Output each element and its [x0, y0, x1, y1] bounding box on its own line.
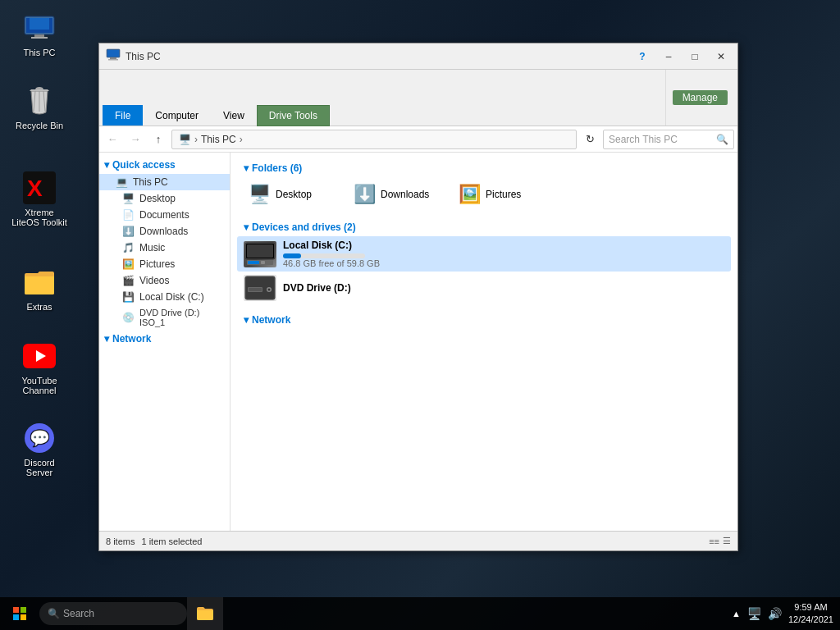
devices-chevron: ▾ — [244, 221, 249, 233]
xtreme-label: Xtreme LiteOS Toolkit — [10, 208, 69, 227]
drive-item-local-disk-c[interactable]: Local Disk (C:) 46.8 GB free of 59.8 GB — [237, 236, 731, 272]
folder-item-pictures[interactable]: 🖼️ Pictures — [454, 180, 552, 208]
sidebar-label-quick-access: Quick access — [112, 159, 176, 171]
svg-rect-38 — [13, 607, 19, 613]
this-pc-label: This PC — [10, 48, 69, 57]
sidebar-item-this-pc[interactable]: 💻 This PC — [99, 174, 230, 190]
forward-button[interactable]: → — [126, 130, 145, 149]
sidebar-label-local-disk-c: Local Disk (C:) — [139, 291, 204, 303]
network-chevron: ▾ — [244, 314, 249, 326]
folders-chevron: ▾ — [244, 162, 249, 174]
folders-section-label: Folders (6) — [252, 162, 302, 174]
address-bar[interactable]: 🖥️ › This PC › — [171, 130, 577, 149]
local-disk-c-sidebar-icon: 💾 — [122, 291, 135, 303]
svg-rect-16 — [110, 57, 116, 59]
xtreme-icon: X — [23, 171, 56, 204]
help-button[interactable]: ? — [629, 43, 655, 70]
svg-rect-20 — [247, 244, 273, 258]
sidebar-label-videos: Videos — [139, 275, 169, 286]
sidebar-item-downloads[interactable]: ⬇️ Downloads — [99, 223, 230, 240]
extras-label: Extras — [10, 302, 69, 312]
back-button[interactable]: ← — [103, 130, 122, 149]
sidebar-label-music: Music — [139, 242, 165, 253]
svg-point-29 — [268, 289, 271, 291]
svg-text:X: X — [27, 176, 43, 201]
minimize-button[interactable]: – — [655, 43, 682, 70]
devices-section-header[interactable]: ▾ Devices and drives (2) — [237, 218, 731, 236]
sidebar-label-downloads: Downloads — [139, 226, 188, 237]
devices-section-label: Devices and drives (2) — [252, 221, 356, 233]
maximize-button[interactable]: □ — [682, 43, 708, 70]
desktop-icon-extras[interactable]: Extras — [7, 262, 72, 315]
youtube-icon — [23, 340, 56, 372]
desktop-icon-discord[interactable]: 💬 Discord Server — [7, 418, 72, 481]
large-icons-view-icon[interactable]: ☰ — [723, 536, 731, 546]
sidebar-item-desktop[interactable]: 🖥️ Desktop — [99, 190, 230, 207]
network-section-header[interactable]: ▾ Network — [237, 311, 731, 329]
folders-section-header[interactable]: ▾ Folders (6) — [237, 159, 731, 177]
downloads-folder-label: Downloads — [381, 189, 429, 200]
chevron-icon: ▾ — [104, 159, 109, 171]
local-disk-c-name: Local Disk (C:) — [283, 240, 724, 251]
manage-button[interactable]: Manage — [673, 90, 728, 105]
tab-computer[interactable]: Computer — [143, 105, 211, 126]
videos-sidebar-icon: 🎬 — [122, 275, 135, 286]
refresh-button[interactable]: ↻ — [580, 130, 600, 149]
taskbar-file-explorer-button[interactable] — [187, 597, 223, 630]
sidebar-label-desktop: Desktop — [139, 193, 176, 204]
dvd-drive-info: DVD Drive (D:) — [283, 282, 724, 294]
drive-item-dvd[interactable]: DVD Drive (D:) — [237, 272, 731, 304]
sidebar-item-documents[interactable]: 📄 Documents — [99, 207, 230, 223]
ribbon-tabs-row: File Computer View Drive Tools Manage — [99, 70, 737, 126]
desktop-icon-this-pc[interactable]: This PC — [7, 8, 72, 61]
youtube-label: YouTube Channel — [10, 376, 69, 395]
sidebar-item-quick-access[interactable]: ▾ Quick access — [99, 156, 230, 174]
taskbar-search-placeholder: Search — [63, 608, 94, 619]
taskbar: 🔍 Search ▲ 🖥️ 🔊 9:59 AM 12/24/2021 — [0, 597, 840, 630]
status-bar: 8 items 1 item selected ≡≡ ☰ — [99, 531, 737, 550]
sidebar-item-pictures[interactable]: 🖼️ Pictures — [99, 256, 230, 272]
network-tray-icon[interactable]: 🖥️ — [747, 607, 761, 620]
sidebar-item-local-disk-c[interactable]: 💾 Local Disk (C:) — [99, 289, 230, 305]
svg-rect-3 — [34, 34, 44, 37]
details-view-icon[interactable]: ≡≡ — [709, 536, 719, 546]
svg-rect-4 — [31, 37, 48, 39]
window-controls: ? – □ ✕ — [629, 43, 734, 70]
folders-grid: 🖥️ Desktop ⬇️ Downloads 🖼️ Pictures — [237, 177, 731, 212]
folder-item-desktop[interactable]: 🖥️ Desktop — [244, 180, 342, 208]
downloads-folder-icon: ⬇️ — [354, 184, 376, 205]
taskbar-clock[interactable]: 9:59 AM 12/24/2021 — [788, 601, 833, 627]
folder-item-downloads[interactable]: ⬇️ Downloads — [349, 180, 447, 208]
up-button[interactable]: ↑ — [148, 130, 168, 149]
close-button[interactable]: ✕ — [708, 43, 734, 70]
sidebar-item-music[interactable]: 🎵 Music — [99, 240, 230, 256]
svg-rect-15 — [107, 50, 119, 57]
music-sidebar-icon: 🎵 — [122, 242, 135, 253]
volume-tray-icon[interactable]: 🔊 — [768, 607, 782, 620]
start-button[interactable] — [0, 597, 39, 630]
sidebar: ▾ Quick access 💻 This PC 🖥️ Desktop 📄 Do… — [99, 153, 231, 531]
taskbar-search-bar[interactable]: 🔍 Search — [39, 602, 187, 625]
sidebar-item-network[interactable]: ▾ Network — [99, 330, 230, 348]
chevron-icon-network: ▾ — [104, 333, 109, 345]
svg-rect-23 — [261, 261, 265, 264]
svg-rect-41 — [21, 614, 26, 620]
view-controls: ≡≡ ☰ — [709, 536, 731, 546]
desktop-folder-label: Desktop — [276, 189, 312, 200]
desktop-folder-icon: 🖥️ — [249, 184, 271, 205]
dvd-drive-icon — [244, 275, 276, 301]
tab-view[interactable]: View — [211, 105, 257, 126]
explorer-body: ▾ Quick access 💻 This PC 🖥️ Desktop 📄 Do… — [99, 153, 737, 531]
search-box[interactable]: Search This PC 🔍 — [603, 130, 734, 149]
tab-drive-tools[interactable]: Drive Tools — [257, 105, 330, 126]
svg-rect-22 — [248, 261, 259, 264]
sidebar-item-videos[interactable]: 🎬 Videos — [99, 272, 230, 289]
desktop-icon-xtreme[interactable]: X Xtreme LiteOS Toolkit — [7, 168, 72, 231]
desktop-icon-youtube[interactable]: YouTube Channel — [7, 336, 72, 399]
sidebar-item-dvd-drive[interactable]: 💿 DVD Drive (D:) ISO_1 — [99, 305, 230, 330]
tab-file[interactable]: File — [103, 105, 143, 126]
dvd-drive-sidebar-icon: 💿 — [122, 312, 135, 323]
file-explorer-window: This PC ? – □ ✕ File Computer View Drive… — [98, 43, 738, 551]
desktop-icon-recycle-bin[interactable]: Recycle Bin — [7, 81, 72, 134]
sidebar-label-network: Network — [112, 333, 151, 345]
